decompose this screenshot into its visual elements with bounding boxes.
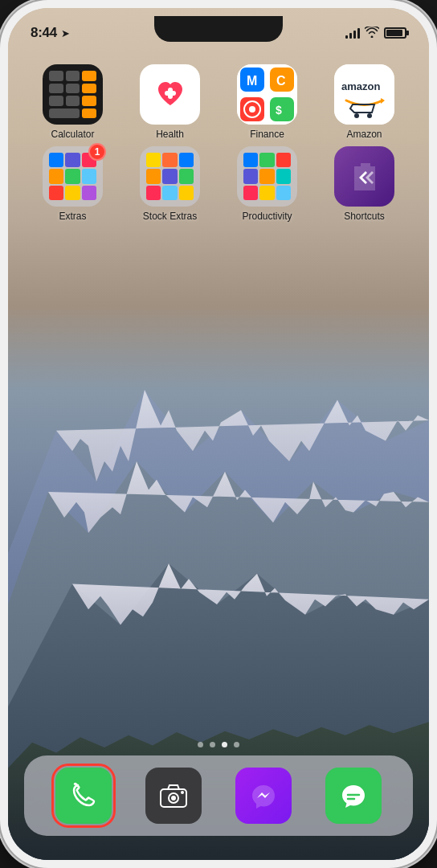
app-amazon[interactable]: amazon Amazon <box>326 64 402 140</box>
app-row-2: 1 Extras <box>24 146 413 222</box>
status-time: 8:44 <box>31 25 57 41</box>
dock-icon-messages <box>325 768 382 824</box>
app-label-stock-extras: Stock Extras <box>143 211 197 222</box>
svg-text:amazon: amazon <box>341 80 380 92</box>
app-finance[interactable]: M C $ Finance <box>229 64 305 140</box>
app-icon-productivity <box>237 146 297 207</box>
dock-camera[interactable] <box>145 768 202 824</box>
signal-bar-3 <box>353 31 356 39</box>
app-grid: Calculator Health <box>8 56 429 236</box>
wifi-icon <box>365 27 379 40</box>
app-label-amazon: Amazon <box>346 129 382 140</box>
app-shortcuts[interactable]: Shortcuts <box>326 146 402 222</box>
app-label-extras: Extras <box>59 211 86 222</box>
dock <box>24 755 413 836</box>
app-icon-shortcuts <box>334 146 394 207</box>
page-dot-3 <box>222 742 227 747</box>
app-extras[interactable]: 1 Extras <box>35 146 111 222</box>
signal-bar-2 <box>349 33 352 39</box>
page-dot-2 <box>210 742 215 747</box>
app-icon-calculator <box>43 64 103 125</box>
app-label-health: Health <box>156 129 184 140</box>
app-icon-extras: 1 <box>43 146 103 207</box>
notch <box>154 16 283 42</box>
svg-rect-7 <box>270 97 294 121</box>
app-calculator[interactable]: Calculator <box>35 64 111 140</box>
dock-phone[interactable] <box>55 768 112 824</box>
app-icon-finance: M C $ <box>237 64 297 125</box>
app-label-finance: Finance <box>250 129 284 140</box>
battery-icon <box>384 27 406 39</box>
signal-bar-4 <box>357 28 360 39</box>
app-productivity[interactable]: Productivity <box>229 146 305 222</box>
svg-rect-13 <box>334 64 394 125</box>
location-icon: ➤ <box>61 27 70 39</box>
svg-text:C: C <box>276 74 286 88</box>
app-icon-amazon: amazon <box>334 64 394 125</box>
app-row-1: Calculator Health <box>24 64 413 140</box>
dock-messenger[interactable] <box>235 768 292 824</box>
svg-text:M: M <box>247 74 257 88</box>
page-dot-4 <box>234 742 239 747</box>
app-label-productivity: Productivity <box>242 211 292 222</box>
svg-point-16 <box>354 113 359 118</box>
phone-screen: 8:44 ➤ <box>8 8 429 860</box>
svg-point-21 <box>181 791 184 794</box>
app-icon-stock-extras <box>140 146 200 207</box>
app-label-shortcuts: Shortcuts <box>344 211 385 222</box>
dock-icon-camera <box>145 768 202 824</box>
svg-point-17 <box>367 113 372 118</box>
svg-text:$: $ <box>276 104 282 117</box>
svg-point-20 <box>171 796 176 800</box>
signal-bar-1 <box>345 35 348 39</box>
app-label-calculator: Calculator <box>51 129 94 140</box>
status-icons <box>345 27 406 40</box>
page-dots <box>198 742 239 747</box>
app-stock-extras[interactable]: Stock Extras <box>132 146 208 222</box>
phone-frame: 8:44 ➤ <box>0 0 437 868</box>
svg-rect-2 <box>165 91 176 96</box>
page-dot-1 <box>198 742 203 747</box>
signal-bars <box>345 27 360 39</box>
app-health[interactable]: Health <box>132 64 208 140</box>
app-icon-health <box>140 64 200 125</box>
dock-messages[interactable] <box>325 768 382 824</box>
badge-extras: 1 <box>88 143 106 161</box>
battery-fill <box>386 30 402 36</box>
svg-point-11 <box>249 106 255 113</box>
dock-icon-messenger <box>235 768 292 824</box>
dock-icon-phone <box>55 768 112 824</box>
